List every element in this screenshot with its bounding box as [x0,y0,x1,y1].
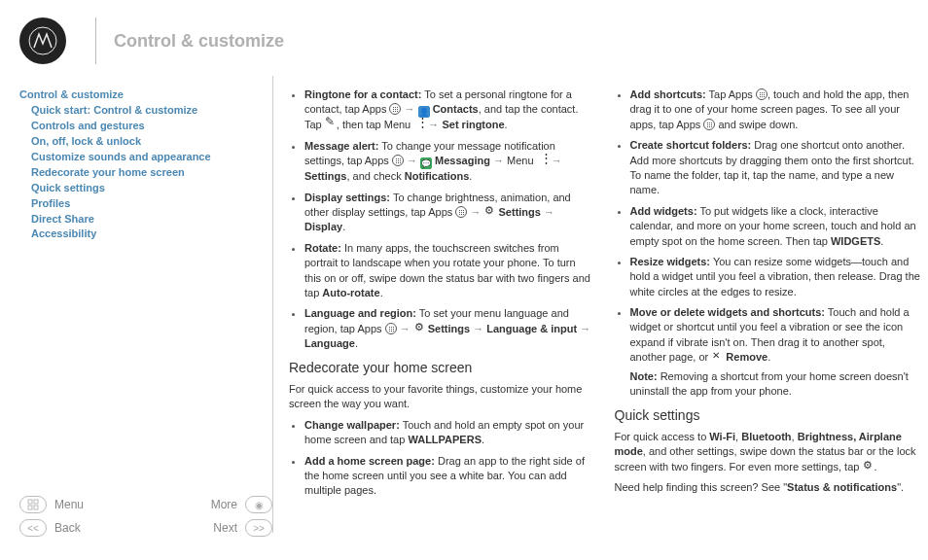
table-of-contents: Control & customizeQuick start: Control … [19,88,272,242]
item-move-delete: Move or delete widgets and shortcuts: To… [630,305,921,399]
heading-quick-settings: Quick settings [615,406,921,426]
pencil-icon [325,119,337,130]
more-label[interactable]: More [150,498,237,511]
p-need-help: Need help finding this screen? See "Stat… [615,480,921,495]
toc-link[interactable]: Customize sounds and appearance [19,150,272,165]
item-ringtone-contact: Ringtone for a contact: To set a persona… [304,88,595,133]
close-icon [711,351,723,363]
page-title: Control & customize [114,31,284,52]
svg-point-0 [29,27,56,54]
apps-icon [385,323,397,334]
item-language-region: Language and region: To set your menu la… [304,306,595,351]
apps-icon [392,155,404,166]
item-display-settings: Display settings: To change brightness, … [304,191,595,235]
gear-icon [413,323,425,334]
item-add-home-page: Add a home screen page: Drag an app to t… [304,454,595,499]
apps-icon [703,119,715,130]
item-change-wallpaper: Change wallpaper: Touch and hold an empt… [304,418,595,448]
toc-link[interactable]: Direct Share [19,212,272,228]
gear-icon [862,461,874,472]
messaging-icon: 💬 [420,158,432,169]
apps-icon [455,206,467,218]
item-rotate: Rotate: In many apps, the touchscreen sw… [304,241,595,301]
svg-rect-1 [28,500,32,504]
main-content: Ringtone for a contact: To set a persona… [272,76,928,533]
toc-link[interactable]: Control & customize [19,88,272,103]
menu-label[interactable]: Menu [54,498,142,511]
toc-link[interactable]: Profiles [19,196,272,212]
item-message-alert: Message alert: To change your message no… [304,139,595,185]
next-label[interactable]: Next [150,521,237,535]
motorola-icon [28,26,57,55]
next-button[interactable]: >> [245,519,272,537]
toc-link[interactable]: Quick start: Control & customize [19,103,272,119]
menu-icon [413,119,425,130]
item-add-shortcuts: Add shortcuts: Tap Apps , touch and hold… [630,88,921,132]
p-redecorate-intro: For quick access to your favorite things… [289,382,595,412]
gear-icon [483,206,495,218]
item-create-folders: Create shortcut folders: Drag one shortc… [630,138,921,198]
apps-icon [389,103,401,115]
heading-redecorate: Redecorate your home screen [289,359,595,378]
item-add-widgets: Add widgets: To put widgets like a clock… [630,204,921,249]
menu-icon [537,155,549,166]
toc-link[interactable]: On, off, lock & unlock [19,134,272,150]
apps-icon [756,88,767,100]
svg-rect-2 [34,500,38,504]
back-button[interactable]: << [19,519,47,537]
brand-logo [19,18,66,64]
back-label[interactable]: Back [54,521,142,535]
svg-rect-3 [28,506,32,509]
toc-link[interactable]: Quick settings [19,181,272,196]
p-quick-settings: For quick access to Wi-Fi, Bluetooth, Br… [615,430,921,474]
svg-rect-4 [34,506,38,509]
header-divider [95,18,96,64]
toc-link[interactable]: Accessibility [19,227,272,242]
footer-nav: Menu More ◉ << Back Next >> [19,496,272,542]
more-button[interactable]: ◉ [245,496,272,513]
menu-button[interactable] [19,496,47,513]
toc-link[interactable]: Redecorate your home screen [19,165,272,181]
toc-link[interactable]: Controls and gestures [19,119,272,134]
item-resize-widgets: Resize widgets: You can resize some widg… [630,255,921,299]
